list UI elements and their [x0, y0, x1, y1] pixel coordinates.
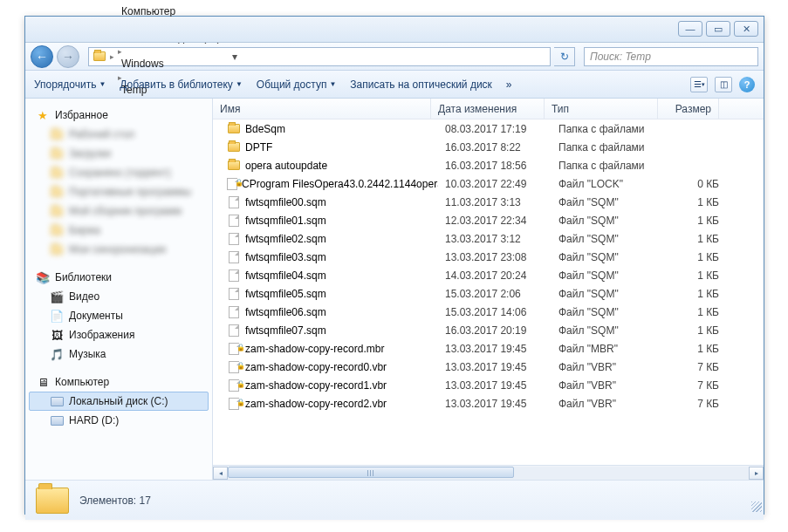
doc-icon	[227, 250, 241, 264]
folder-icon	[50, 127, 64, 141]
sidebar-drive-item[interactable]: HARD (D:)	[29, 411, 209, 430]
close-button[interactable]: ✕	[734, 21, 758, 37]
file-row[interactable]: fwtsqmfile06.sqm15.03.2017 14:06Файл "SQ…	[213, 303, 764, 321]
burn-button[interactable]: Записать на оптический диск	[350, 78, 492, 91]
help-button[interactable]: ?	[739, 77, 755, 92]
file-date: 15.03.2017 14:06	[438, 306, 552, 318]
file-date: 16.03.2017 18:56	[438, 160, 552, 172]
scroll-left-button[interactable]: ◂	[213, 467, 228, 480]
file-type: Файл "SQM"	[552, 269, 665, 282]
computer-group[interactable]: 🖥Компьютер	[29, 372, 209, 392]
file-type: Файл "SQM"	[552, 306, 665, 318]
file-row[interactable]: fwtsqmfile01.sqm12.03.2017 22:34Файл "SQ…	[213, 211, 764, 229]
file-row[interactable]: fwtsqmfile00.sqm11.03.2017 3:13Файл "SQM…	[213, 193, 764, 211]
navbar: ← → ▸ Компьютер▸Локальный диск (C:)▸Wind…	[25, 43, 764, 71]
minimize-button[interactable]: —	[678, 21, 702, 37]
sidebar-favorite-item[interactable]: Загрузки	[29, 144, 209, 163]
sidebar-favorite-item[interactable]: Рабочий стол	[29, 125, 209, 144]
sidebar-drive-item[interactable]: Локальный диск (C:)	[29, 392, 209, 411]
organize-button[interactable]: Упорядочить▼	[34, 78, 106, 91]
file-date: 08.03.2017 17:19	[438, 123, 552, 135]
file-name: zam-shadow-copy-record0.vbr	[245, 361, 387, 373]
libraries-group[interactable]: 📚Библиотеки	[29, 268, 209, 287]
column-name[interactable]: Имя	[213, 99, 431, 119]
file-row[interactable]: fwtsqmfile05.sqm15.03.2017 2:06Файл "SQM…	[213, 284, 764, 303]
file-size: 1 КБ	[665, 215, 726, 227]
file-date: 12.03.2017 22:34	[438, 215, 552, 227]
folder-icon	[227, 140, 241, 154]
address-dropdown-icon[interactable]: ▾	[228, 51, 242, 63]
sidebar-favorite-item[interactable]: Портативные программы	[29, 182, 209, 201]
file-size: 7 КБ	[665, 379, 726, 392]
sidebar-library-item[interactable]: 🖼Изображения	[29, 325, 209, 344]
file-row[interactable]: DPTF16.03.2017 8:22Папка с файлами	[213, 138, 764, 156]
scroll-track[interactable]	[228, 467, 749, 480]
file-row[interactable]: zam-shadow-copy-record1.vbr13.03.2017 19…	[213, 376, 764, 394]
file-row[interactable]: zam-shadow-copy-record0.vbr13.03.2017 19…	[213, 358, 764, 376]
folder-icon	[50, 147, 64, 160]
lock-icon	[227, 379, 241, 392]
file-size: 1 КБ	[665, 196, 726, 208]
breadcrumb-item[interactable]: Windows	[118, 57, 224, 71]
file-row[interactable]: opera autoupdate16.03.2017 18:56Папка с …	[213, 156, 764, 174]
folder-icon	[50, 223, 64, 237]
sidebar-library-item[interactable]: 📄Документы	[29, 306, 209, 325]
lock-icon	[227, 397, 241, 411]
column-type[interactable]: Тип	[545, 99, 658, 119]
file-row[interactable]: fwtsqmfile04.sqm14.03.2017 20:24Файл "SQ…	[213, 266, 764, 284]
column-size[interactable]: Размер	[658, 99, 719, 119]
file-name: fwtsqmfile06.sqm	[245, 306, 326, 318]
lock-icon	[227, 177, 237, 191]
column-date[interactable]: Дата изменения	[431, 99, 545, 119]
view-options-button[interactable]: ☰▾	[690, 77, 708, 92]
file-date: 13.03.2017 3:12	[438, 233, 552, 245]
add-to-library-button[interactable]: Добавить в библиотеку▼	[120, 78, 242, 91]
file-type: Папка с файлами	[552, 141, 665, 153]
file-name: opera autoupdate	[245, 160, 327, 172]
forward-button[interactable]: →	[57, 45, 79, 68]
sidebar-favorite-item[interactable]: Мой сборник программ	[29, 201, 209, 221]
file-type: Файл "SQM"	[552, 324, 665, 337]
sidebar-favorite-item[interactable]: Сохранено (торрент)	[29, 163, 209, 182]
file-type: Файл "SQM"	[552, 215, 665, 227]
file-date: 13.03.2017 19:45	[438, 398, 552, 410]
file-row[interactable]: fwtsqmfile02.sqm13.03.2017 3:12Файл "SQM…	[213, 229, 764, 248]
sidebar-favorite-item[interactable]: Мои синхронизации	[29, 240, 209, 259]
toolbar-overflow-button[interactable]: »	[506, 78, 512, 91]
file-date: 10.03.2017 22:49	[438, 178, 552, 190]
maximize-button[interactable]: ▭	[706, 21, 730, 37]
folder-icon	[93, 50, 106, 64]
file-row[interactable]: BdeSqm08.03.2017 17:19Папка с файлами	[213, 119, 764, 138]
file-size: 1 КБ	[665, 288, 726, 300]
preview-pane-button[interactable]: ◫	[715, 77, 732, 92]
scroll-thumb[interactable]	[228, 467, 514, 478]
file-row[interactable]: fwtsqmfile07.sqm16.03.2017 20:19Файл "SQ…	[213, 321, 764, 339]
chevron-right-icon: ▸	[118, 47, 122, 56]
search-input[interactable]: Поиск: Temp	[584, 47, 758, 66]
file-type: Папка с файлами	[552, 123, 665, 135]
file-date: 11.03.2017 3:13	[438, 196, 552, 208]
sidebar-favorite-item[interactable]: Биржа	[29, 221, 209, 240]
file-row[interactable]: fwtsqmfile03.sqm13.03.2017 23:08Файл "SQ…	[213, 248, 764, 266]
favorites-group[interactable]: ★Избранное	[29, 106, 209, 125]
refresh-button[interactable]: ↻	[554, 47, 575, 66]
file-size: 1 КБ	[665, 324, 726, 337]
file-row[interactable]: CProgram FilesOpera43.0.2442.1144opera..…	[213, 174, 764, 193]
file-row[interactable]: zam-shadow-copy-record.mbr13.03.2017 19:…	[213, 339, 764, 358]
back-button[interactable]: ←	[31, 45, 53, 68]
file-row[interactable]: zam-shadow-copy-record2.vbr13.03.2017 19…	[213, 394, 764, 413]
file-size: 1 КБ	[665, 233, 726, 245]
titlebar[interactable]: — ▭ ✕	[25, 17, 764, 43]
share-button[interactable]: Общий доступ▼	[257, 78, 337, 91]
file-size: 0 КБ	[665, 178, 726, 190]
doc-icon	[227, 195, 241, 209]
resize-grip[interactable]	[751, 501, 762, 512]
horizontal-scrollbar[interactable]: ◂ ▸	[213, 465, 764, 480]
scroll-right-button[interactable]: ▸	[749, 467, 764, 480]
sidebar-library-item[interactable]: 🎬Видео	[29, 287, 209, 306]
address-bar[interactable]: ▸ Компьютер▸Локальный диск (C:)▸Windows▸…	[88, 47, 551, 66]
sidebar-library-item[interactable]: 🎵Музыка	[29, 344, 209, 364]
drive-icon	[50, 413, 64, 427]
doc-icon	[227, 324, 241, 338]
file-size: 7 КБ	[665, 361, 726, 373]
